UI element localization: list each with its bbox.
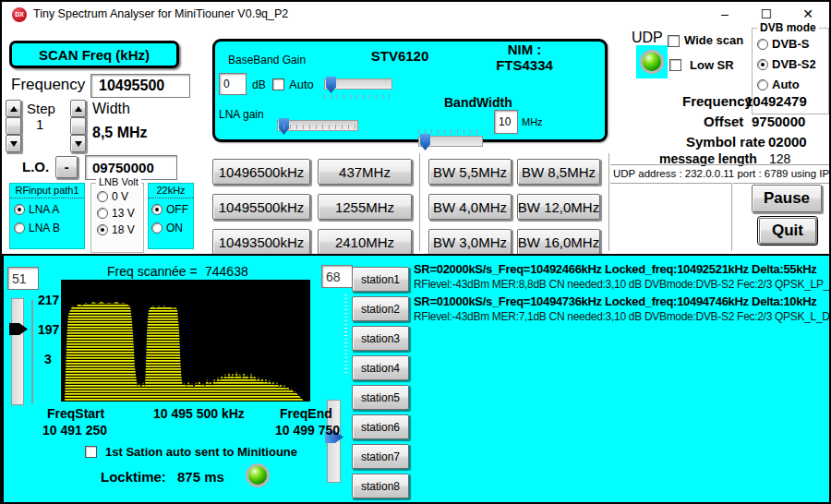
station2-button[interactable]: station2 [352, 296, 409, 321]
nim-line2: FTS4334 [451, 57, 598, 73]
bw-button-4-0[interactable]: BW 4,0MHz [428, 194, 512, 220]
auto-send-checkbox[interactable] [85, 446, 97, 458]
locktime-label: Locktime: [101, 469, 166, 485]
pause-button[interactable]: Pause [752, 185, 822, 212]
station4-button[interactable]: station4 [352, 355, 409, 380]
auto-checkbox[interactable] [272, 78, 284, 90]
bw-button-12-0[interactable]: BW 12,0MHz [517, 194, 600, 220]
khz22-on-radio[interactable] [151, 222, 163, 234]
lnb-18v-radio[interactable] [97, 224, 108, 235]
station3-button[interactable]: station3 [352, 326, 409, 351]
station6-button[interactable]: station6 [352, 414, 409, 439]
khz22-off-radio[interactable] [151, 204, 163, 215]
scale-label-top: 217 [38, 293, 59, 307]
bw-button-3-0[interactable]: BW 3,0MHz [428, 229, 512, 255]
nim-line1: NIM : [451, 42, 598, 57]
left-gain-input[interactable]: 51 [7, 267, 39, 290]
mhz-preset-button-2[interactable]: 1255MHz [318, 194, 412, 220]
rf-lna-a-radio[interactable] [14, 204, 25, 215]
status-frequency-label: Frequency [682, 93, 753, 109]
separator-line [608, 153, 610, 251]
wide-scan-checkbox[interactable] [668, 35, 680, 47]
rf-lna-b-radio[interactable] [14, 222, 25, 234]
dvb-s2-radio[interactable] [757, 59, 768, 70]
bandwidth-ticks [418, 129, 483, 134]
freq-preset-button-2[interactable]: 10495500kHz [212, 194, 310, 220]
dvb-s-radio[interactable] [757, 39, 768, 50]
station8-button[interactable]: station8 [352, 474, 409, 498]
baseband-gain-input[interactable]: 0 [219, 73, 247, 95]
bw-button-8-5[interactable]: BW 8,5MHz [517, 159, 600, 185]
left-level-slider-thumb[interactable] [9, 323, 28, 335]
lnb-13v-radio[interactable] [97, 208, 108, 219]
bandwidth-mhz-label: MHz [522, 116, 543, 127]
udp-led-box [636, 45, 668, 78]
width-up-icon[interactable] [70, 100, 86, 117]
status-offset-label: Offset [704, 114, 743, 129]
scale-label-low: 3 [44, 352, 52, 366]
minimize-button[interactable]: – [711, 4, 739, 25]
bandwidth-input[interactable]: 10 [494, 110, 518, 134]
locktime-led-icon [246, 463, 270, 487]
bandwidth-slider[interactable] [418, 136, 483, 147]
width-value: 8,5 MHz [92, 125, 148, 141]
rf-input-title: RFinput path1 [10, 184, 84, 198]
auto-send-label: 1st Sation auto sent to Minitioune [105, 445, 297, 459]
width-mid-button[interactable] [70, 117, 86, 135]
khz22-panel: 22kHz OFF ON [148, 183, 194, 249]
mhz-preset-button-1[interactable]: 437MHz [318, 159, 412, 185]
width-spinner[interactable] [70, 100, 86, 152]
receiver1-status-line2: RFlevel:-43dBm MER:8,8dB CN needed:3,10 … [414, 278, 831, 291]
station7-button[interactable]: station7 [352, 444, 409, 469]
bw-button-5-5[interactable]: BW 5,5MHz [428, 159, 512, 185]
freq-start-label: FreqStart [47, 406, 104, 421]
width-down-icon[interactable] [70, 135, 86, 152]
lo-minus-button[interactable]: - [55, 156, 78, 178]
frequency-input[interactable]: 10495500 [90, 74, 190, 98]
spectrum-trace [61, 280, 310, 402]
status-symbol-rate-label: Symbol rate [686, 134, 765, 150]
status-frequency-value: 10492479 [745, 93, 807, 109]
right-gain-input[interactable]: 68 [321, 265, 353, 288]
freq-end-label: FreqEnd [280, 406, 332, 421]
step-down-icon[interactable] [6, 135, 21, 152]
freq-preset-button-3[interactable]: 10493500kHz [212, 229, 310, 255]
center-freq-value: 10 495 500 kHz [153, 406, 245, 421]
lnb-0v-radio[interactable] [97, 191, 108, 202]
low-sr-checkbox[interactable] [669, 59, 681, 71]
bw-button-16-0[interactable]: BW 16,0MHz [517, 229, 600, 255]
left-slider-rail [31, 300, 33, 403]
title-bar: DX Tiny Spectrum Analyser for MiniTioune… [2, 2, 829, 27]
step-label: Step [27, 101, 55, 116]
dvb-auto-label: Auto [772, 78, 800, 91]
quit-button[interactable]: Quit [759, 218, 816, 244]
step-mid-button[interactable] [6, 117, 21, 135]
rf-lna-b-label: LNA B [29, 222, 60, 234]
db-label: dB [252, 78, 266, 91]
tuner-panel: BaseBand Gain STV6120 NIM : FTS4334 0 dB… [212, 39, 608, 142]
step-value: 1 [36, 116, 43, 132]
baseband-gain-slider[interactable] [324, 78, 392, 90]
station1-button[interactable]: station1 [352, 267, 409, 292]
step-spinner[interactable] [6, 100, 21, 152]
receiver1-status-line1: SR=02000kS/s_Freq=10492466kHz Locked_fre… [414, 262, 817, 276]
status-symbol-rate-value: 02000 [768, 134, 807, 150]
lna-gain-label: LNA gain [219, 108, 264, 121]
khz22-title: 22kHz [149, 184, 193, 198]
mhz-preset-button-3[interactable]: 2410MHz [318, 229, 412, 255]
udp-label: UDP [632, 30, 663, 46]
window-title: Tiny Spectrum Analyser for MiniTiouner V… [33, 7, 288, 20]
bandwidth-slider-thumb[interactable] [420, 134, 430, 150]
baseband-gain-slider-thumb[interactable] [326, 77, 336, 93]
lnb-18v-label: 18 V [112, 223, 135, 236]
app-icon: DX [12, 7, 27, 22]
left-level-slider[interactable] [11, 298, 24, 405]
app-window: DX Tiny Spectrum Analyser for MiniTioune… [0, 0, 831, 504]
frequency-label: Frequency [11, 76, 85, 94]
tuner-title: STV6120 [335, 48, 464, 64]
step-up-icon[interactable] [6, 100, 21, 117]
station5-button[interactable]: station5 [352, 385, 409, 410]
scan-freq-button[interactable]: SCAN Freq (kHz) [9, 41, 179, 68]
freq-preset-button-1[interactable]: 10496500kHz [212, 159, 310, 185]
dvb-auto-radio[interactable] [757, 79, 768, 90]
